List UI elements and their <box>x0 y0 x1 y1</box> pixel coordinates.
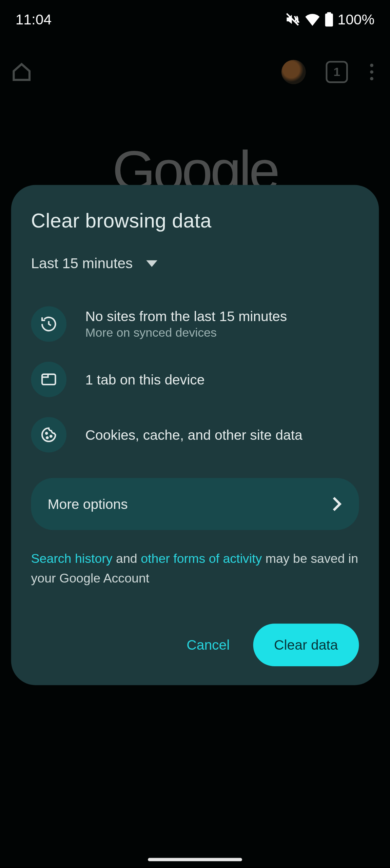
time-range-dropdown[interactable]: Last 15 minutes <box>31 255 359 272</box>
status-right: 100% <box>285 11 374 28</box>
chevron-right-icon <box>331 496 343 512</box>
tabs-row-title: 1 tab on this device <box>85 371 205 387</box>
battery-percent: 100% <box>338 11 375 28</box>
svg-rect-3 <box>327 12 331 14</box>
svg-point-7 <box>50 435 52 437</box>
dialog-actions: Cancel Clear data <box>31 624 359 667</box>
history-icon <box>31 306 66 342</box>
other-activity-link[interactable]: other forms of activity <box>141 551 262 565</box>
footer-note: Search history and other forms of activi… <box>31 549 359 588</box>
chevron-down-icon <box>146 260 157 267</box>
cookie-icon <box>31 417 66 453</box>
tabs-row: 1 tab on this device <box>31 352 359 407</box>
status-time: 11:04 <box>16 11 52 28</box>
cookies-row: Cookies, cache, and other site data <box>31 407 359 462</box>
history-row: No sites from the last 15 minutes More o… <box>31 296 359 352</box>
menu-icon[interactable] <box>365 64 379 80</box>
tab-count: 1 <box>333 65 340 79</box>
browser-toolbar: 1 <box>0 50 390 94</box>
svg-point-5 <box>46 433 47 434</box>
clear-data-button[interactable]: Clear data <box>253 624 359 667</box>
tab-icon <box>31 362 66 397</box>
battery-icon <box>324 12 333 26</box>
svg-rect-2 <box>325 14 333 27</box>
profile-avatar[interactable] <box>281 60 306 84</box>
status-bar: 11:04 100% <box>0 0 390 39</box>
clear-browsing-data-dialog: Clear browsing data Last 15 minutes No s… <box>11 185 379 686</box>
tab-switcher[interactable]: 1 <box>326 61 348 83</box>
cancel-button[interactable]: Cancel <box>173 627 243 663</box>
time-range-value: Last 15 minutes <box>31 255 133 272</box>
more-options-button[interactable]: More options <box>31 478 359 530</box>
dialog-title: Clear browsing data <box>31 209 359 233</box>
history-row-subtitle: More on synced devices <box>85 326 287 340</box>
more-options-label: More options <box>47 496 128 512</box>
mute-icon <box>285 12 300 27</box>
history-row-title: No sites from the last 15 minutes <box>85 308 287 324</box>
home-indicator[interactable] <box>148 858 242 861</box>
home-icon[interactable] <box>11 61 32 82</box>
svg-point-6 <box>46 437 48 438</box>
search-history-link[interactable]: Search history <box>31 551 112 565</box>
cookies-row-title: Cookies, cache, and other site data <box>85 427 303 443</box>
wifi-icon <box>305 13 320 26</box>
